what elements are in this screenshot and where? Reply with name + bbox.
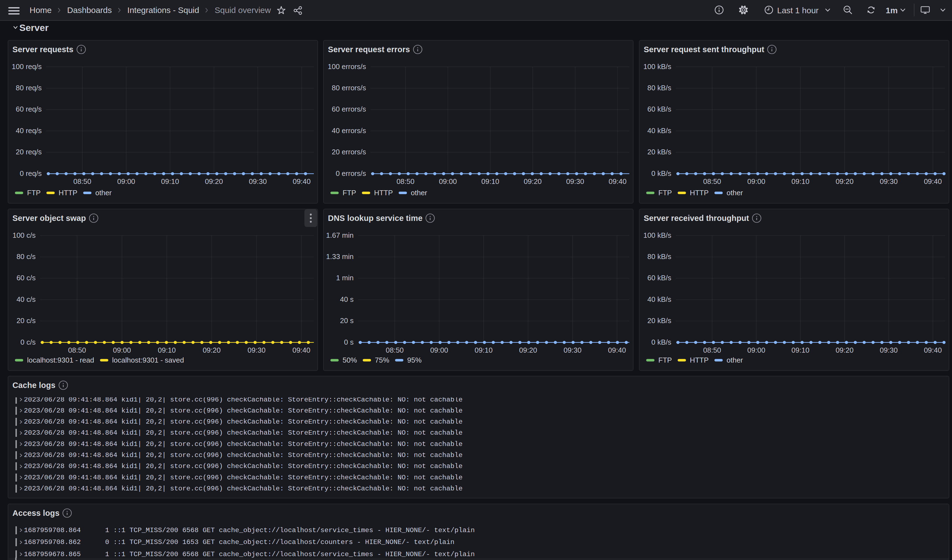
svg-text:20 c/s: 20 c/s — [17, 316, 36, 325]
svg-text:40 c/s: 40 c/s — [17, 295, 36, 304]
svg-text:80 kB/s: 80 kB/s — [647, 84, 671, 92]
svg-text:0 errors/s: 0 errors/s — [336, 169, 366, 177]
svg-text:09:10: 09:10 — [161, 177, 179, 185]
svg-text:09:40: 09:40 — [292, 177, 311, 185]
svg-text:40 req/s: 40 req/s — [16, 127, 42, 135]
svg-text:09:10: 09:10 — [791, 177, 810, 185]
svg-text:09:40: 09:40 — [609, 177, 627, 185]
svg-text:60 req/s: 60 req/s — [16, 105, 42, 113]
svg-text:09:30: 09:30 — [247, 346, 266, 354]
svg-text:60 kB/s: 60 kB/s — [647, 274, 671, 282]
svg-text:08:50: 08:50 — [396, 177, 414, 185]
svg-text:0 kB/s: 0 kB/s — [651, 169, 671, 177]
svg-text:09:10: 09:10 — [481, 177, 499, 185]
svg-text:100 c/s: 100 c/s — [12, 231, 36, 239]
svg-text:08:50: 08:50 — [703, 346, 721, 354]
svg-text:60 kB/s: 60 kB/s — [647, 105, 671, 113]
svg-text:08:50: 08:50 — [703, 177, 721, 185]
svg-text:0 s: 0 s — [344, 338, 354, 346]
svg-text:09:10: 09:10 — [474, 346, 493, 354]
svg-text:20 req/s: 20 req/s — [16, 148, 42, 156]
svg-text:08:50: 08:50 — [68, 346, 86, 354]
svg-text:60 c/s: 60 c/s — [17, 274, 36, 282]
svg-text:100 req/s: 100 req/s — [12, 62, 42, 71]
svg-text:09:00: 09:00 — [113, 346, 131, 354]
svg-text:09:20: 09:20 — [205, 177, 223, 185]
svg-text:09:00: 09:00 — [439, 177, 457, 185]
svg-text:09:30: 09:30 — [566, 177, 584, 185]
svg-text:09:30: 09:30 — [879, 346, 898, 354]
svg-text:40 s: 40 s — [340, 295, 354, 304]
svg-text:1 min: 1 min — [336, 274, 354, 282]
svg-text:40 errors/s: 40 errors/s — [332, 127, 366, 135]
svg-text:09:10: 09:10 — [158, 346, 176, 354]
svg-text:20 kB/s: 20 kB/s — [647, 316, 671, 325]
svg-text:40 kB/s: 40 kB/s — [647, 295, 671, 304]
svg-text:40 kB/s: 40 kB/s — [647, 127, 671, 135]
svg-text:09:00: 09:00 — [747, 346, 765, 354]
svg-text:20 kB/s: 20 kB/s — [647, 148, 671, 156]
svg-text:09:20: 09:20 — [524, 177, 542, 185]
svg-text:08:50: 08:50 — [73, 177, 91, 185]
svg-text:0 req/s: 0 req/s — [20, 169, 42, 177]
svg-text:80 errors/s: 80 errors/s — [332, 84, 366, 92]
svg-text:09:40: 09:40 — [608, 346, 626, 354]
svg-text:09:20: 09:20 — [836, 177, 854, 185]
svg-text:09:30: 09:30 — [249, 177, 267, 185]
svg-text:80 req/s: 80 req/s — [16, 84, 42, 92]
svg-text:80 kB/s: 80 kB/s — [647, 252, 671, 261]
svg-text:100 kB/s: 100 kB/s — [643, 62, 671, 71]
svg-text:20 s: 20 s — [340, 316, 354, 325]
svg-text:09:00: 09:00 — [117, 177, 135, 185]
svg-text:09:20: 09:20 — [836, 346, 854, 354]
svg-text:09:00: 09:00 — [430, 346, 448, 354]
svg-text:20 errors/s: 20 errors/s — [332, 148, 366, 156]
svg-text:09:40: 09:40 — [292, 346, 310, 354]
svg-text:09:30: 09:30 — [564, 346, 581, 354]
svg-text:09:00: 09:00 — [747, 177, 765, 185]
svg-text:100 kB/s: 100 kB/s — [643, 231, 671, 239]
svg-text:09:20: 09:20 — [519, 346, 537, 354]
svg-text:0 c/s: 0 c/s — [20, 338, 36, 346]
svg-text:09:30: 09:30 — [879, 177, 898, 185]
svg-text:1.33 min: 1.33 min — [326, 252, 354, 261]
svg-text:09:10: 09:10 — [791, 346, 810, 354]
svg-text:80 c/s: 80 c/s — [17, 252, 36, 261]
svg-text:100 errors/s: 100 errors/s — [328, 62, 366, 71]
svg-text:60 errors/s: 60 errors/s — [332, 105, 366, 113]
svg-text:09:40: 09:40 — [924, 346, 942, 354]
svg-text:1.67 min: 1.67 min — [326, 231, 354, 239]
svg-text:09:20: 09:20 — [203, 346, 221, 354]
svg-text:09:40: 09:40 — [924, 177, 942, 185]
svg-text:08:50: 08:50 — [386, 346, 403, 354]
svg-text:0 kB/s: 0 kB/s — [651, 338, 671, 346]
